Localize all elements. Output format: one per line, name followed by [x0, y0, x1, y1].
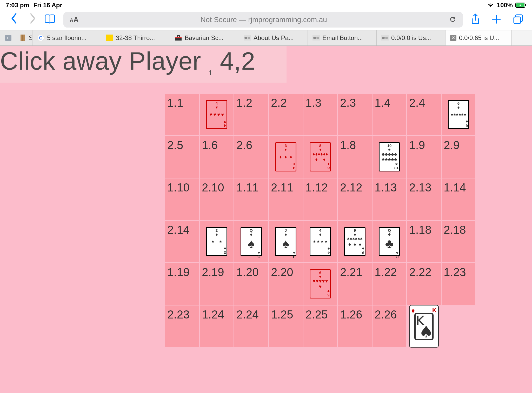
card-9♠[interactable]: 9♠♠♠♠♠♠♠♠♠♠9♠: [338, 221, 372, 262]
card-J♠[interactable]: J♠♠J♠: [269, 221, 303, 262]
grid-cell-1-8[interactable]: 2.9: [442, 136, 475, 178]
grid-cell-5-6[interactable]: 2.26: [373, 305, 406, 347]
tab-strip: FSydG5 star floorin...32-38 Thirro...Bav…: [0, 30, 532, 46]
tab-6[interactable]: Email Button...: [308, 30, 377, 45]
tab-8[interactable]: ✕0.0/0.65 is U...: [445, 30, 512, 45]
king-of-diamonds[interactable]: ♦K🂮: [409, 305, 439, 348]
card-8♦[interactable]: 8♦♦♦♦♦♦♦♦♦8♦: [303, 136, 337, 178]
grid-cell-3-7[interactable]: 1.18: [407, 221, 441, 262]
grid-cell-1-0[interactable]: 2.5: [165, 136, 199, 178]
tabs-icon[interactable]: [513, 14, 523, 25]
tab-7[interactable]: 0.0/0.0 is Us...: [377, 30, 445, 45]
playing-card[interactable]: 8♦♦♦♦♦♦♦♦♦8♦: [310, 142, 331, 171]
card-2♠[interactable]: 2♠♠♠2♠: [200, 221, 234, 262]
grid-cell-2-7[interactable]: 2.13: [407, 178, 441, 220]
grid-cell-4-3[interactable]: 2.20: [269, 263, 303, 305]
playing-card[interactable]: 4♥♥♥♥♥4♥: [206, 100, 227, 129]
grid-cell-4-8[interactable]: 1.23: [442, 263, 475, 305]
back-button[interactable]: [10, 13, 18, 26]
tab-favicon: [175, 34, 182, 42]
card-Q♣[interactable]: Q♣♣Q♣: [373, 221, 406, 262]
playing-card[interactable]: Q♠♠Q♠: [241, 227, 262, 256]
grid-cell-0-2[interactable]: 1.2: [234, 94, 268, 135]
tab-5[interactable]: About Us Pa...: [239, 30, 308, 45]
battery-icon: [515, 3, 526, 8]
card-4♠[interactable]: 4♠♠♠♠♠4♠: [303, 221, 337, 262]
grid-cell-4-1[interactable]: 2.19: [200, 263, 234, 305]
tab-4[interactable]: Bavarian Sc...: [170, 30, 239, 45]
share-icon[interactable]: [471, 14, 480, 26]
grid-cell-4-0[interactable]: 1.19: [165, 263, 199, 305]
playing-card[interactable]: J♠♠J♠: [275, 227, 296, 256]
tab-0[interactable]: F: [0, 30, 14, 45]
playing-card[interactable]: 3♦♦♦♦3♦: [275, 142, 296, 171]
grid-cell-1-5[interactable]: 1.8: [338, 136, 372, 178]
battery-percent: 100%: [497, 2, 513, 9]
close-tab-icon[interactable]: ✕: [450, 35, 456, 41]
card-3♦[interactable]: 3♦♦♦♦3♦: [269, 136, 303, 178]
reload-icon[interactable]: [449, 15, 457, 25]
game-area: Click away Player 1 4,2 1.14♥♥♥♥♥4♥1.22.…: [0, 46, 532, 393]
grid-cell-5-3[interactable]: 1.25: [269, 305, 303, 347]
forward-button[interactable]: [29, 13, 36, 26]
grid-cell-5-0[interactable]: 2.23: [165, 305, 199, 347]
grid-cell-3-8[interactable]: 2.18: [442, 221, 475, 262]
tab-favicon: [381, 34, 389, 42]
grid-cell-2-5[interactable]: 2.12: [338, 178, 372, 220]
grid-cell-2-4[interactable]: 1.12: [303, 178, 337, 220]
tab-3[interactable]: 32-38 Thirro...: [101, 30, 170, 45]
grid-cell-1-7[interactable]: 1.9: [407, 136, 441, 178]
playing-card[interactable]: 2♠♠♠2♠: [206, 227, 227, 256]
bookmarks-icon[interactable]: [44, 14, 56, 25]
tab-label: 0.0/0.65 is U...: [459, 34, 499, 42]
playing-card[interactable]: 10♣♣♣♣♣♣♣♣♣♣♣10♣: [379, 142, 400, 171]
grid-cell-0-0[interactable]: 1.1: [165, 94, 199, 135]
grid-cell-1-1[interactable]: 1.6: [200, 136, 234, 178]
svg-rect-2: [525, 4, 526, 6]
svg-point-22: [385, 37, 388, 39]
svg-point-19: [316, 37, 319, 39]
playing-card[interactable]: 6♥♥♥♥♥♥♥6♥: [310, 269, 331, 298]
grid-cell-2-0[interactable]: 1.10: [165, 178, 199, 220]
address-bar[interactable]: AA Not Secure — rjmprogramming.com.au: [63, 12, 463, 28]
grid-cell-0-3[interactable]: 2.2: [269, 94, 303, 135]
grid-cell-2-3[interactable]: 2.11: [269, 178, 303, 220]
playing-card[interactable]: 9♠♠♠♠♠♠♠♠♠♠9♠: [344, 227, 365, 256]
tab-label: 0.0/0.0 is Us...: [391, 34, 431, 42]
grid-cell-1-2[interactable]: 2.6: [234, 136, 268, 178]
grid-cell-4-6[interactable]: 1.22: [373, 263, 406, 305]
status-bar: 7:03 pm Fri 16 Apr 100%: [0, 0, 532, 10]
card-4♥[interactable]: 4♥♥♥♥♥4♥: [200, 94, 234, 135]
card-10♣[interactable]: 10♣♣♣♣♣♣♣♣♣♣♣10♣: [373, 136, 406, 178]
grid-cell-5-1[interactable]: 1.24: [200, 305, 234, 347]
tab-2[interactable]: G5 star floorin...: [32, 30, 101, 45]
card-Q♠[interactable]: Q♠♠Q♠: [234, 221, 268, 262]
status-right: 100%: [487, 2, 526, 9]
grid-cell-5-2[interactable]: 2.24: [234, 305, 268, 347]
grid-cell-4-2[interactable]: 1.20: [234, 263, 268, 305]
grid-cell-2-8[interactable]: 1.14: [442, 178, 475, 220]
grid-cell-4-7[interactable]: 2.22: [407, 263, 441, 305]
grid-cell-0-6[interactable]: 1.4: [373, 94, 406, 135]
card-6♥[interactable]: 6♥♥♥♥♥♥♥6♥: [303, 263, 337, 305]
grid-cell-2-2[interactable]: 1.11: [234, 178, 268, 220]
grid-cell-0-4[interactable]: 1.3: [303, 94, 337, 135]
tab-1[interactable]: Syd: [14, 30, 32, 45]
new-tab-icon[interactable]: [491, 14, 501, 25]
grid-cell-5-5[interactable]: 1.26: [338, 305, 372, 347]
grid-cell-0-7[interactable]: 2.4: [407, 94, 441, 135]
tab-label: Syd: [29, 34, 32, 42]
card-6♠[interactable]: 6♠♠♠♠♠♠♠6♠: [442, 94, 475, 135]
grid-cell-3-0[interactable]: 2.14: [165, 221, 199, 262]
grid-cell-2-1[interactable]: 2.10: [200, 178, 234, 220]
grid-cell-5-4[interactable]: 2.25: [303, 305, 337, 347]
playing-card[interactable]: 4♠♠♠♠♠4♠: [310, 227, 331, 256]
status-date: Fri 16 Apr: [34, 2, 62, 9]
king-card[interactable]: ♦K🂮: [407, 305, 441, 347]
grid-cell-4-5[interactable]: 2.21: [338, 263, 372, 305]
playing-card[interactable]: Q♣♣Q♣: [379, 227, 400, 256]
playing-card[interactable]: 6♠♠♠♠♠♠♠6♠: [448, 100, 469, 129]
grid-cell-0-5[interactable]: 2.3: [338, 94, 372, 135]
text-size-button[interactable]: AA: [70, 16, 79, 24]
grid-cell-2-6[interactable]: 1.13: [373, 178, 406, 220]
